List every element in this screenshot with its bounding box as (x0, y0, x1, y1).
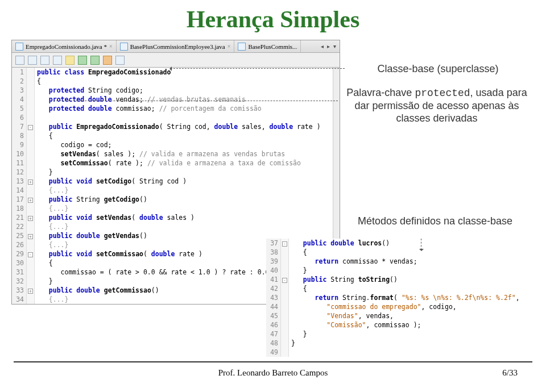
tab-label: EmpregadoComissionado.java * (26, 43, 107, 50)
footer-divider (14, 361, 532, 362)
tab-label: BasePlusCommissionEmployee3.java (130, 43, 225, 50)
dropdown-icon[interactable]: ▾ (332, 43, 337, 49)
toolbar-icon[interactable] (40, 56, 49, 65)
footer-page-number: 6/33 (502, 368, 518, 378)
close-icon[interactable]: × (109, 43, 113, 49)
toolbar-icon[interactable] (53, 56, 62, 65)
toolbar-icon[interactable] (90, 56, 100, 65)
annotation-superclass: Classe-base (superclasse) (347, 62, 529, 75)
java-file-icon (15, 43, 23, 51)
toolbar-icon[interactable] (115, 56, 125, 65)
footer-author: Prof. Leonardo Barreto Campos (0, 368, 546, 378)
fold-column: - - (281, 239, 289, 357)
tab-scroll-controls: ◂ ▸ ▾ (320, 43, 340, 49)
close-icon[interactable]: × (228, 43, 231, 49)
fold-column: - + + + + - + (27, 68, 35, 304)
scroll-left-icon[interactable]: ◂ (320, 43, 325, 49)
editor-tab-bar: EmpregadoComissionado.java * × BasePlusC… (12, 40, 340, 53)
line-number-gutter: 1 2 3 4 5 6 7 8 9 10 11 12 13 14 17 18 2… (12, 68, 27, 304)
toolbar-icon[interactable] (28, 56, 37, 65)
toolbar-icon[interactable] (103, 56, 112, 65)
editor-tab[interactable]: BasePlusCommissionEmployee3.java × (117, 40, 235, 52)
toolbar-icon[interactable] (65, 56, 75, 65)
leader-line (53, 101, 338, 101)
line-number-gutter: 37 38 39 40 41 42 43 44 45 46 47 48 49 (266, 239, 281, 357)
page-title: Herança Simples (0, 6, 546, 33)
toolbar-icon[interactable] (15, 56, 24, 65)
leader-line (421, 239, 421, 250)
code-content: public double lucros() { return commissa… (289, 239, 533, 357)
java-file-icon (120, 43, 128, 51)
annotation-text: Palavra-chave (346, 87, 415, 98)
leader-line (171, 68, 345, 69)
editor-tab[interactable]: EmpregadoComissionado.java * × (12, 40, 117, 52)
scroll-right-icon[interactable]: ▸ (326, 43, 331, 49)
annotation-protected: Palavra-chave protected, usada para dar … (338, 86, 536, 124)
editor-tab[interactable]: BasePlusCommis... (234, 40, 301, 52)
editor-toolbar (12, 53, 340, 68)
annotation-methods: Métodos definidos na classe-base (341, 215, 529, 227)
toolbar-icon[interactable] (78, 56, 87, 65)
java-file-icon (238, 43, 246, 51)
code-editor-secondary: 37 38 39 40 41 42 43 44 45 46 47 48 49 -… (266, 239, 533, 357)
tab-label: BasePlusCommis... (248, 43, 297, 50)
keyword-protected: protected (415, 87, 470, 99)
